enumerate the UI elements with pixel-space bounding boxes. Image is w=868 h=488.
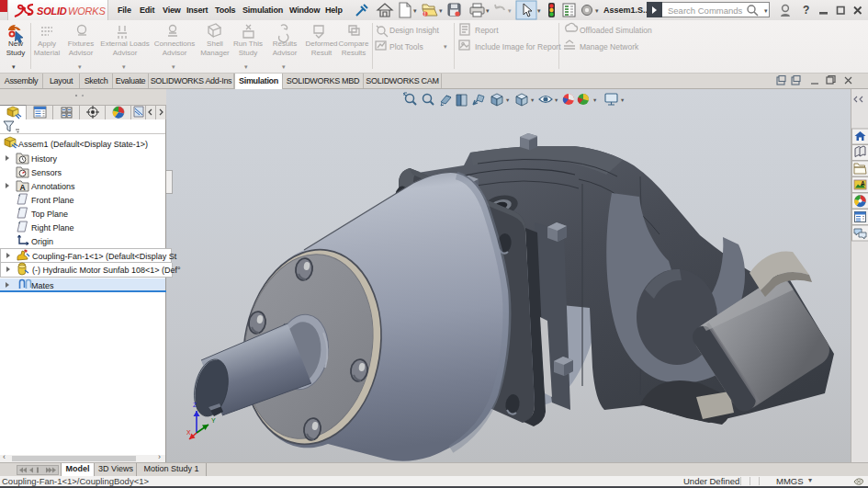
svg-text:A: A: [20, 183, 26, 192]
svg-text:▾: ▾: [555, 96, 558, 103]
svg-text:SOLID: SOLID: [37, 6, 67, 17]
svg-text:WORKS: WORKS: [68, 6, 106, 17]
svg-text:▾: ▾: [506, 96, 510, 103]
svg-text:!: !: [424, 11, 426, 17]
svg-text:▾: ▾: [595, 7, 599, 14]
svg-text:▾: ▾: [413, 7, 417, 14]
svg-text:?: ?: [803, 4, 809, 17]
svg-text:▾: ▾: [508, 7, 512, 14]
svg-text:▾: ▾: [537, 7, 541, 14]
svg-text:▾: ▾: [486, 7, 490, 14]
svg-text:X: X: [186, 429, 191, 436]
svg-text:▾: ▾: [621, 96, 625, 103]
svg-text:▾: ▾: [531, 96, 535, 103]
svg-text:A: A: [861, 180, 865, 187]
svg-text:Y: Y: [211, 417, 216, 424]
svg-text:Z: Z: [193, 402, 197, 408]
svg-text:▾: ▾: [439, 7, 443, 14]
svg-text:▾: ▾: [593, 96, 597, 103]
